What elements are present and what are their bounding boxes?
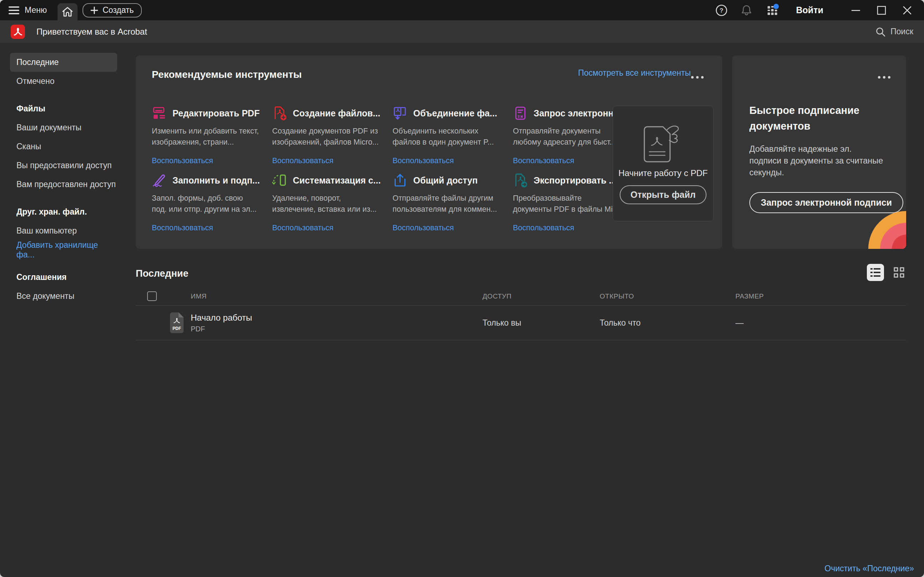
svg-text:?: ?	[719, 7, 723, 14]
clear-recent-link[interactable]: Очистить «Последние»	[825, 564, 914, 574]
fill-sign-icon	[152, 173, 167, 188]
open-file-button[interactable]: Открыть файл	[620, 185, 706, 204]
sidebar-item-all-documents[interactable]: Все документы	[10, 287, 117, 306]
grid-view-button[interactable]	[892, 265, 906, 280]
tool-card-description: Преобразовывайте документы PDF в файлы M…	[513, 193, 620, 215]
menu-button[interactable]: Меню	[8, 5, 47, 15]
tool-card-action-link[interactable]: Воспользоваться	[272, 224, 379, 232]
recommended-tools-panel: Рекомендуемые инструменты Посмотреть все…	[136, 55, 722, 249]
tool-card-action-link[interactable]: Воспользоваться	[513, 156, 620, 165]
file-access: Только вы	[482, 318, 600, 328]
file-opened: Только что	[600, 318, 735, 328]
create-pdf-icon	[272, 106, 287, 121]
tool-card-title: Создание файлов...	[293, 108, 381, 119]
tool-card-action-link[interactable]: Воспользоваться	[392, 156, 500, 165]
tool-card-title: Заполнить и подп...	[173, 175, 260, 186]
tool-card-description: Отправляйте документы любому адресату дл…	[513, 126, 620, 148]
tool-card-description: Удаление, поворот, извлечение, вставка и…	[272, 193, 379, 215]
file-name: Начало работы	[191, 313, 482, 323]
tool-card-action-link[interactable]: Воспользоваться	[152, 156, 259, 165]
tool-card-export-pdf[interactable]: Экспортировать ... Преобразовывайте доку…	[513, 173, 620, 232]
edit-pdf-icon	[152, 106, 167, 121]
sidebar-section-agreements: Соглашения	[10, 268, 117, 287]
start-with-pdf-card: Начните работу с PDF Открыть файл	[613, 106, 714, 221]
sign-panel-title: Быстрое подписание документов	[749, 103, 874, 134]
file-type: PDF	[191, 325, 482, 333]
minimize-button[interactable]	[851, 6, 860, 15]
tools-grid: Редактировать PDF Изменить или добавить …	[152, 106, 620, 232]
plus-icon	[90, 6, 98, 14]
acrobat-logo	[11, 25, 25, 39]
pdf-document-hand-illustration	[613, 122, 713, 164]
tool-card-action-link[interactable]: Воспользоваться	[392, 224, 500, 232]
apps-grid-button[interactable]	[765, 3, 780, 18]
sidebar-item-shared-with-you[interactable]: Вам предоставлен доступ	[10, 175, 117, 194]
tools-more-button[interactable]	[691, 76, 704, 79]
tool-card-request-signatures[interactable]: Запрос электронн... Отправляйте документ…	[513, 106, 620, 165]
tool-card-edit-pdf[interactable]: Редактировать PDF Изменить или добавить …	[152, 106, 259, 165]
tool-card-title: Редактировать PDF	[173, 108, 260, 119]
request-esignature-button[interactable]: Запрос электронной подписи	[749, 192, 903, 213]
app-header: Приветствуем вас в Acrobat Поиск	[0, 20, 924, 43]
column-header-name: ИМЯ	[191, 292, 482, 300]
tool-card-fill-sign[interactable]: Заполнить и подп... Запол. формы, доб. с…	[152, 173, 259, 232]
tool-card-combine-files[interactable]: Объединение фа... Объединить нескольких …	[392, 106, 500, 165]
create-label: Создать	[103, 5, 134, 15]
tool-card-share[interactable]: Общий доступ Отправляйте файлы другим по…	[392, 173, 500, 232]
tool-card-title: Систематизация с...	[293, 175, 381, 186]
titlebar-right: ? Войти	[715, 3, 912, 18]
request-signature-icon	[513, 106, 528, 121]
notifications-bell-button[interactable]	[740, 4, 753, 16]
tool-card-description: Изменить или добавить текст, изображения…	[152, 126, 259, 148]
tool-card-create-pdf[interactable]: Создание файлов... Создание документов P…	[272, 106, 379, 165]
sidebar-item-scans[interactable]: Сканы	[10, 137, 117, 156]
help-button[interactable]: ?	[715, 4, 727, 16]
column-header-opened: ОТКРЫТО	[600, 292, 735, 300]
share-icon	[392, 173, 408, 188]
column-header-access: ДОСТУП	[482, 292, 600, 300]
view-all-tools-link[interactable]: Посмотреть все инструменты	[578, 68, 691, 78]
start-card-caption: Начните работу с PDF	[613, 168, 713, 178]
sidebar-section-other-storage: Друг. хран. файл.	[10, 203, 117, 221]
recent-title: Последние	[136, 267, 906, 279]
sidebar-item-add-storage[interactable]: Добавить хранилище фа...	[10, 240, 117, 259]
tool-card-title: Объединение фа...	[413, 108, 497, 119]
sidebar-item-your-documents[interactable]: Ваши документы	[10, 118, 117, 137]
sidebar: Последние Отмечено Файлы Ваши документы …	[0, 43, 129, 306]
table-row[interactable]: PDF Начало работы PDF Только вы Только ч…	[136, 306, 906, 340]
titlebar: Меню Создать ?	[0, 0, 924, 20]
sidebar-section-files: Файлы	[10, 99, 117, 118]
hamburger-icon	[8, 6, 19, 15]
home-icon	[62, 6, 73, 17]
sidebar-item-shared-by-you[interactable]: Вы предоставили доступ	[10, 156, 117, 175]
tool-card-action-link[interactable]: Воспользоваться	[272, 156, 379, 165]
search-icon	[876, 27, 885, 37]
tool-card-organize-pages[interactable]: Систематизация с... Удаление, поворот, и…	[272, 173, 379, 232]
file-size: —	[735, 318, 906, 328]
tool-card-title: Запрос электронн...	[534, 108, 621, 119]
tool-card-title: Экспортировать ...	[534, 175, 616, 186]
sign-in-button[interactable]: Войти	[796, 5, 823, 15]
select-all-checkbox[interactable]	[147, 291, 157, 301]
recent-table-header: ИМЯ ДОСТУП ОТКРЫТО РАЗМЕР	[136, 287, 906, 306]
tool-card-description: Объединить нескольких файлов в один доку…	[392, 126, 500, 148]
sign-panel-more-button[interactable]	[878, 76, 890, 79]
search-button[interactable]: Поиск	[876, 27, 913, 37]
list-view-button[interactable]	[867, 264, 884, 281]
column-header-size: РАЗМЕР	[735, 292, 906, 300]
sidebar-item-your-computer[interactable]: Ваш компьютер	[10, 221, 117, 240]
pdf-file-icon: PDF	[169, 312, 185, 334]
close-button[interactable]	[903, 6, 912, 15]
sidebar-item-recent[interactable]: Последние	[10, 53, 117, 72]
home-tab[interactable]	[58, 3, 77, 20]
page-title: Приветствуем вас в Acrobat	[36, 27, 147, 37]
tool-card-action-link[interactable]: Воспользоваться	[513, 224, 620, 232]
acrobat-window: Меню Создать ?	[0, 0, 924, 577]
menu-label: Меню	[25, 5, 47, 15]
tool-card-description: Запол. формы, доб. свою под. или отпр. д…	[152, 193, 259, 215]
tool-card-action-link[interactable]: Воспользоваться	[152, 224, 259, 232]
maximize-button[interactable]	[877, 6, 886, 15]
svg-text:PDF: PDF	[173, 326, 181, 331]
sidebar-item-starred[interactable]: Отмечено	[10, 72, 117, 91]
create-button[interactable]: Создать	[82, 3, 142, 18]
